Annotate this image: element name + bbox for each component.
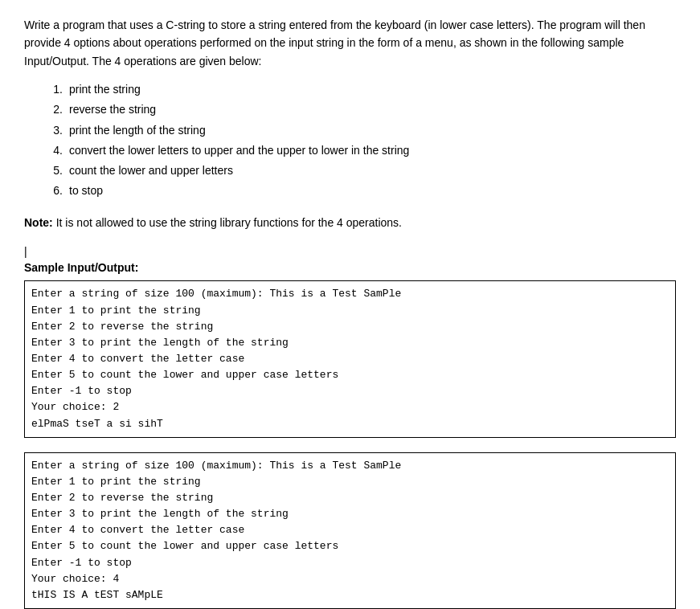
intro-paragraph: Write a program that uses a C-string to … [24,16,676,70]
option-text: convert the lower letters to upper and t… [69,141,409,161]
option-text: to stop [69,181,103,201]
cursor-indicator: | [24,245,676,259]
option-num: 2. [48,100,63,120]
options-list: 1. print the string 2. reverse the strin… [48,80,676,201]
option-text: print the length of the string [69,121,206,141]
sample-output-box-1: Enter a string of size 100 (maximum): Th… [24,280,676,437]
list-item: 6. to stop [48,181,676,201]
option-num: 1. [48,80,63,100]
option-num: 3. [48,121,63,141]
option-text: count the lower and upper letters [69,161,233,181]
option-text: print the string [69,80,141,100]
list-item: 2. reverse the string [48,100,676,120]
option-text: reverse the string [69,100,156,120]
note-label: Note: [24,216,53,229]
note-section: Note: It is not allowed to use the strin… [24,214,676,231]
list-item: 1. print the string [48,80,676,100]
sample-label: Sample Input/Output: [24,261,676,274]
option-num: 6. [48,181,63,201]
sample-output-box-2: Enter a string of size 100 (maximum): Th… [24,452,676,609]
list-item: 4. convert the lower letters to upper an… [48,141,676,161]
note-text: It is not allowed to use the string libr… [53,216,402,229]
option-num: 4. [48,141,63,161]
list-item: 3. print the length of the string [48,121,676,141]
list-item: 5. count the lower and upper letters [48,161,676,181]
option-num: 5. [48,161,63,181]
